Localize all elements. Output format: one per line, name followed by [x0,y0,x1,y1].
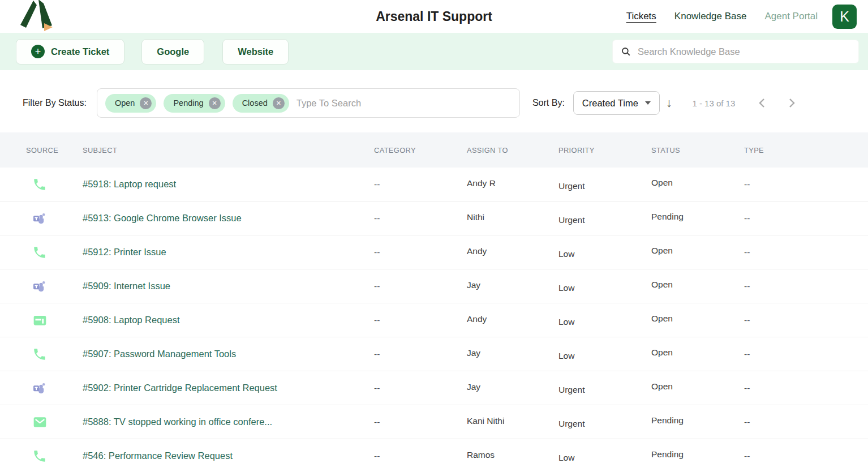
status-chip-pending[interactable]: Pending ✕ [164,94,225,113]
ticket-subject-link[interactable]: #5888: TV stopped working in office conf… [83,417,374,427]
ticket-assignee: Jay [467,280,558,290]
ticket-assignee: Andy [467,246,558,256]
table-row[interactable]: #5907: Password Management Tools -- Jay … [0,337,868,371]
ticket-type: -- [744,179,868,190]
ticket-priority: Low [558,453,651,463]
col-status: STATUS [651,146,744,155]
status-chip-open[interactable]: Open ✕ [105,94,156,113]
status-filter-box[interactable]: Open ✕ Pending ✕ Closed ✕ [97,88,520,118]
ticket-table-body: #5918: Laptop request -- Andy R Urgent O… [0,168,868,472]
toolbar: + Create Ticket Google Website [0,33,868,70]
webform-icon [32,312,48,328]
table-row[interactable]: #5909: Internet Issue -- Jay Low Open -- [0,269,868,303]
filter-row: Filter By Status: Open ✕ Pending ✕ Close… [23,88,868,118]
ticket-subject-link[interactable]: #5909: Internet Issue [83,281,374,291]
page-title: Arsenal IT Support [376,9,492,24]
remove-closed-chip-icon[interactable]: ✕ [273,97,285,109]
remove-open-chip-icon[interactable]: ✕ [140,97,152,109]
phone-icon [32,177,48,192]
table-row[interactable]: #546: Performance Review Request -- Ramo… [0,439,868,472]
table-row[interactable]: #5913: Google Chrome Browser Issue -- Ni… [0,201,868,235]
table-header: SOURCE SUBJECT CATEGORY ASSIGN TO PRIORI… [0,132,868,168]
phone-icon [32,244,48,260]
nav-tickets[interactable]: Tickets [626,11,656,22]
next-page-icon[interactable] [789,98,795,108]
col-type: TYPE [744,146,868,155]
ticket-subject-link[interactable]: #5912: Printer Issue [83,247,374,258]
prev-page-icon[interactable] [759,98,765,108]
ticket-category: -- [374,281,467,291]
table-row[interactable]: #5918: Laptop request -- Andy R Urgent O… [0,168,868,201]
teams-icon [32,278,48,294]
ticket-status: Pending [651,449,744,460]
ticket-subject-link[interactable]: #5913: Google Chrome Browser Issue [83,213,374,224]
ticket-type: -- [744,315,868,325]
pagination-info: 1 - 13 of 13 [692,98,735,108]
ticket-type: -- [744,281,868,291]
ticket-subject-link[interactable]: #5902: Printer Cartridge Replacement Req… [83,383,374,393]
ticket-status: Pending [651,415,744,426]
table-row[interactable]: #5902: Printer Cartridge Replacement Req… [0,371,868,405]
table-row[interactable]: #5908: Laptop Request -- Andy Low Open -… [0,303,868,337]
ticket-category: -- [374,417,467,427]
ticket-assignee: Jay [467,382,558,392]
col-priority: PRIORITY [558,146,651,155]
status-filter-search-input[interactable] [297,98,512,109]
ticket-status: Open [651,280,744,290]
ticket-type: -- [744,213,868,224]
ticket-status: Open [651,314,744,324]
ticket-subject-link[interactable]: #5908: Laptop Request [83,315,374,325]
ticket-assignee: Andy R [467,178,558,188]
google-button[interactable]: Google [141,39,204,65]
ticket-category: -- [374,349,467,359]
ticket-subject-link[interactable]: #5907: Password Management Tools [83,349,374,359]
remove-pending-chip-icon[interactable]: ✕ [209,97,221,109]
ticket-status: Open [651,347,744,358]
ticket-category: -- [374,247,467,258]
knowledge-base-search[interactable] [612,40,859,63]
ticket-category: -- [374,179,467,190]
email-icon [32,414,48,430]
ticket-status: Open [651,246,744,256]
ticket-type: -- [744,417,868,427]
col-source: SOURCE [26,146,83,155]
ticket-priority: Urgent [558,215,651,225]
nav-agent-portal[interactable]: Agent Portal [764,11,818,22]
search-icon [621,46,631,57]
phone-icon [32,448,48,464]
ticket-priority: Low [558,249,651,259]
header-nav: Tickets Knowledge Base Agent Portal [626,11,818,22]
table-row[interactable]: #5888: TV stopped working in office conf… [0,405,868,439]
user-avatar[interactable]: K [832,5,857,29]
website-button[interactable]: Website [222,39,289,65]
ticket-category: -- [374,451,467,461]
ticket-status: Open [651,178,744,188]
ticket-subject-link[interactable]: #546: Performance Review Request [83,450,374,461]
ticket-status: Open [651,381,744,392]
ticket-assignee: Ramos [467,450,558,460]
plus-icon: + [31,45,45,58]
col-assign-to: ASSIGN TO [467,146,558,155]
teams-icon [32,380,48,396]
sort-dropdown[interactable]: Created Time [573,91,660,115]
create-ticket-button[interactable]: + Create Ticket [16,39,124,65]
ticket-priority: Urgent [558,385,651,395]
sort-by-label: Sort By: [532,98,565,108]
col-subject: SUBJECT [83,146,374,155]
knowledge-base-search-input[interactable] [638,46,850,57]
ticket-type: -- [744,247,868,258]
status-chip-closed[interactable]: Closed ✕ [233,94,289,113]
teams-icon [32,211,48,226]
sort-direction-icon[interactable]: ↓ [666,96,672,110]
ticket-assignee: Andy [467,314,558,324]
ticket-priority: Urgent [558,181,651,191]
ticket-status: Pending [651,212,744,222]
ticket-priority: Low [558,317,651,327]
app-header: Arsenal IT Support Tickets Knowledge Bas… [0,0,868,33]
ticket-priority: Low [558,283,651,293]
nav-knowledge-base[interactable]: Knowledge Base [674,11,747,22]
ticket-subject-link[interactable]: #5918: Laptop request [83,179,374,190]
ticket-category: -- [374,315,467,325]
table-row[interactable]: #5912: Printer Issue -- Andy Low Open -- [0,235,868,269]
ticket-priority: Low [558,351,651,361]
